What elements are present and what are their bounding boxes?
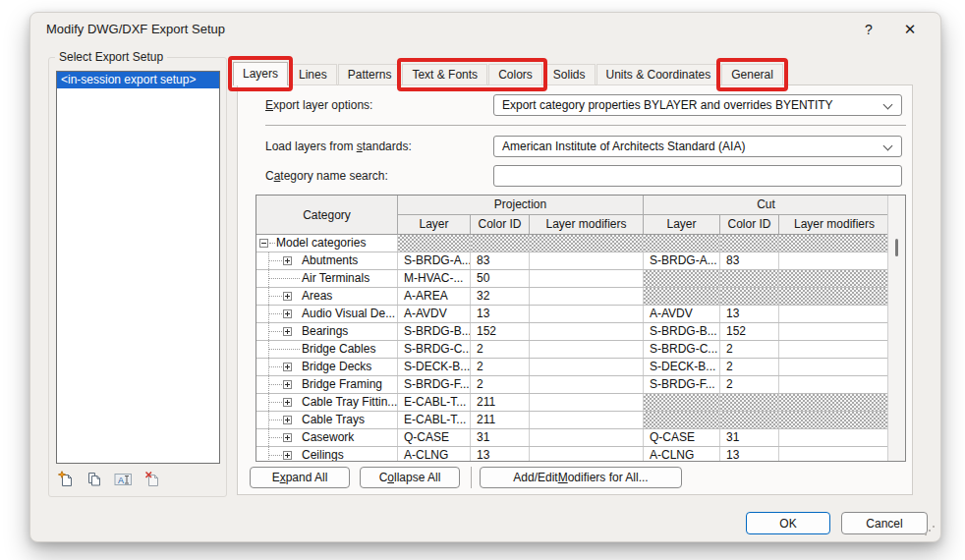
- cell-c-mod[interactable]: [779, 359, 887, 375]
- cell-p-color[interactable]: 211: [471, 412, 530, 428]
- table-row-ceilings[interactable]: CeilingsA-CLNG13A-CLNG13: [256, 447, 905, 462]
- cell-p-layer[interactable]: S-BRDG-B...: [398, 323, 471, 340]
- cell-p-color[interactable]: 2: [471, 341, 530, 358]
- cell-c-mod[interactable]: [779, 252, 887, 269]
- category-name-search-input[interactable]: [493, 165, 902, 187]
- cell-c-color[interactable]: 13: [720, 306, 779, 322]
- cell-c-mod[interactable]: [779, 376, 887, 393]
- scrollbar-thumb[interactable]: [895, 239, 898, 256]
- cell-p-color[interactable]: 32: [471, 288, 530, 305]
- export-layer-options-select[interactable]: Export category properties BYLAYER and o…: [493, 94, 902, 116]
- table-row-cable-tray-fittin[interactable]: Cable Tray Fittin...E-CABL-T...211: [256, 394, 905, 412]
- tab-text-fonts[interactable]: Text & Fonts: [402, 64, 487, 85]
- tab-general[interactable]: General: [721, 64, 783, 85]
- cell-p-color[interactable]: 50: [471, 270, 530, 287]
- cell-c-layer[interactable]: A-CLNG: [644, 447, 720, 462]
- cancel-button[interactable]: Cancel: [841, 512, 928, 534]
- cell-p-mod[interactable]: [530, 359, 644, 375]
- cell-p-mod[interactable]: [530, 323, 644, 340]
- list-item-in-session-export-setup[interactable]: <in-session export setup>: [57, 72, 219, 88]
- close-button[interactable]: ✕: [895, 16, 925, 43]
- cell-p-color[interactable]: 2: [471, 376, 530, 393]
- cell-p-mod[interactable]: [530, 429, 644, 446]
- new-export-setup-button[interactable]: [57, 471, 75, 488]
- cell-p-layer[interactable]: E-CABL-T...: [398, 394, 471, 411]
- cell-p-mod[interactable]: [530, 306, 644, 322]
- cell-p-layer[interactable]: S-BRDG-C...: [398, 341, 471, 358]
- cell-p-layer[interactable]: A-AVDV: [398, 306, 471, 322]
- cell-c-mod[interactable]: [779, 306, 887, 322]
- table-row-abutments[interactable]: AbutmentsS-BRDG-A...83S-BRDG-A...83: [256, 252, 905, 270]
- cell-c-layer[interactable]: Q-CASE: [644, 429, 720, 446]
- cell-p-color[interactable]: 211: [471, 394, 530, 411]
- cell-c-layer[interactable]: S-BRDG-B...: [644, 323, 720, 340]
- tab-colors[interactable]: Colors: [488, 64, 542, 85]
- table-row-areas[interactable]: AreasA-AREA32: [256, 288, 905, 306]
- cell-c-layer[interactable]: S-DECK-B...: [644, 359, 720, 375]
- cell-p-color[interactable]: 152: [471, 323, 530, 340]
- cell-p-layer[interactable]: M-HVAC-...: [398, 270, 471, 287]
- cell-p-mod[interactable]: [530, 447, 644, 462]
- cell-p-layer[interactable]: Q-CASE: [398, 429, 471, 446]
- expand-all-button[interactable]: Expand All: [250, 467, 350, 488]
- table-row-model-categories[interactable]: Model categories: [256, 235, 905, 252]
- table-scrollbar[interactable]: [887, 196, 905, 461]
- cell-p-mod[interactable]: [530, 252, 644, 269]
- expand-toggle-icon[interactable]: [283, 256, 292, 265]
- cell-c-color[interactable]: 2: [720, 359, 779, 375]
- cell-p-mod[interactable]: [530, 394, 644, 411]
- tab-units-coordinates[interactable]: Units & Coordinates: [596, 64, 721, 85]
- help-button[interactable]: ?: [854, 16, 883, 43]
- cell-p-mod[interactable]: [530, 376, 644, 393]
- cell-c-layer[interactable]: S-BRDG-A...: [644, 252, 720, 269]
- expand-toggle-icon[interactable]: [283, 416, 292, 424]
- cell-p-layer[interactable]: A-AREA: [398, 288, 471, 305]
- cell-c-mod[interactable]: [779, 447, 887, 462]
- delete-export-setup-button[interactable]: [143, 471, 161, 488]
- tab-solids[interactable]: Solids: [543, 64, 596, 85]
- table-row-bridge-cables[interactable]: Bridge CablesS-BRDG-C...2S-BRDG-C...2: [256, 341, 905, 359]
- resize-grip[interactable]: [925, 526, 935, 535]
- cell-p-color[interactable]: 31: [471, 429, 530, 446]
- cell-p-color[interactable]: 13: [471, 447, 530, 462]
- expand-toggle-icon[interactable]: [283, 451, 292, 460]
- cell-p-layer[interactable]: A-CLNG: [398, 447, 471, 462]
- rename-export-setup-button[interactable]: A: [114, 471, 133, 488]
- export-setup-list[interactable]: <in-session export setup>: [56, 71, 220, 464]
- cell-c-color[interactable]: 152: [720, 323, 779, 340]
- expand-toggle-icon[interactable]: [283, 363, 292, 371]
- cell-p-mod[interactable]: [530, 270, 644, 287]
- expand-toggle-icon[interactable]: [283, 327, 292, 336]
- collapse-all-button[interactable]: Collapse All: [360, 467, 460, 488]
- tab-patterns[interactable]: Patterns: [338, 64, 402, 85]
- cell-p-mod[interactable]: [530, 412, 644, 428]
- expand-toggle-icon[interactable]: [283, 380, 292, 389]
- cell-c-mod[interactable]: [779, 341, 887, 358]
- cell-p-color[interactable]: 2: [471, 359, 530, 375]
- table-row-bridge-decks[interactable]: Bridge DecksS-DECK-B...2S-DECK-B...2: [256, 359, 905, 376]
- expand-toggle-icon[interactable]: [283, 309, 292, 318]
- cell-c-color[interactable]: 13: [720, 447, 779, 462]
- cell-p-mod[interactable]: [530, 288, 644, 305]
- cell-p-layer[interactable]: S-DECK-B...: [398, 359, 471, 375]
- expand-toggle-icon[interactable]: [283, 398, 292, 407]
- cell-p-color[interactable]: 13: [471, 306, 530, 322]
- load-layers-standards-select[interactable]: American Institute of Architects Standar…: [493, 136, 902, 157]
- cell-p-layer[interactable]: E-CABL-T...: [398, 412, 471, 428]
- expand-toggle-icon[interactable]: [283, 292, 292, 301]
- cell-c-layer[interactable]: S-BRDG-F...: [644, 376, 720, 393]
- add-edit-modifiers-button[interactable]: Add/Edit Modifiers for All...: [480, 467, 682, 488]
- tab-layers[interactable]: Layers: [233, 62, 288, 85]
- duplicate-export-setup-button[interactable]: [85, 471, 103, 488]
- cell-p-layer[interactable]: S-BRDG-A...: [398, 252, 471, 269]
- table-row-bridge-framing[interactable]: Bridge FramingS-BRDG-F...2S-BRDG-F...2: [256, 376, 905, 394]
- expand-toggle-icon[interactable]: [283, 433, 292, 442]
- cell-p-color[interactable]: 83: [471, 252, 530, 269]
- table-row-audio-visual-de[interactable]: Audio Visual De...A-AVDV13A-AVDV13: [256, 306, 905, 323]
- ok-button[interactable]: OK: [746, 512, 830, 534]
- cell-c-color[interactable]: 2: [720, 341, 779, 358]
- cell-c-color[interactable]: 83: [720, 252, 779, 269]
- table-row-casework[interactable]: CaseworkQ-CASE31Q-CASE31: [256, 429, 905, 447]
- cell-p-mod[interactable]: [530, 341, 644, 358]
- table-row-bearings[interactable]: BearingsS-BRDG-B...152S-BRDG-B...152: [256, 323, 905, 341]
